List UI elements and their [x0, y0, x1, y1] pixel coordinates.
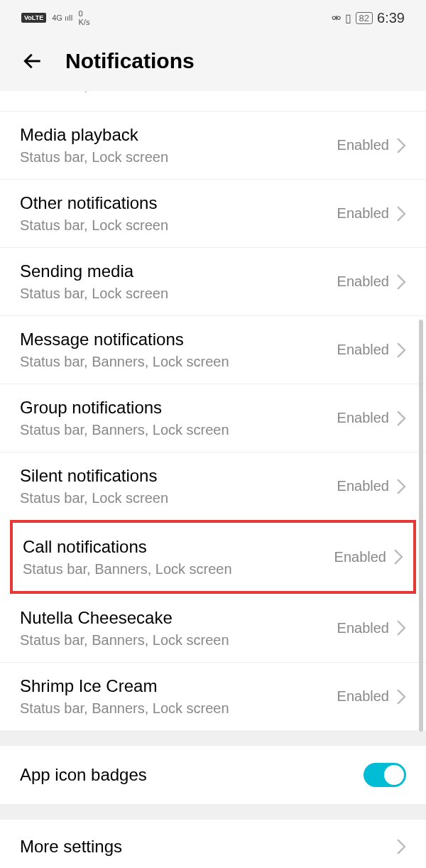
item-title: Silent notifications — [20, 466, 337, 486]
chevron-right-icon — [396, 138, 406, 153]
toggle-switch[interactable] — [364, 763, 406, 787]
chevron-right-icon — [396, 206, 406, 222]
notification-item-silent[interactable]: Silent notifications Status bar, Lock sc… — [0, 452, 426, 520]
status-label: Enabled — [337, 620, 389, 636]
network-indicator: 4G ıılI — [52, 13, 72, 22]
notification-item-other[interactable]: Other notifications Status bar, Lock scr… — [0, 179, 426, 247]
chevron-right-icon — [396, 479, 406, 494]
page-title: Notifications — [65, 49, 195, 73]
status-label: Enabled — [337, 342, 389, 358]
clock: 6:39 — [377, 10, 405, 26]
notification-item-media-playback[interactable]: Media playback Status bar, Lock screen E… — [0, 111, 426, 179]
item-subtitle: Status bar, Banners, Lock screen — [23, 561, 334, 577]
item-subtitle: Status bar, Banners, Lock screen — [20, 632, 337, 649]
back-button[interactable] — [20, 48, 45, 74]
partial-row: Status bar, Lock screen — [0, 91, 426, 111]
chevron-right-icon — [396, 274, 406, 290]
arrow-left-icon — [21, 50, 44, 72]
item-title: Other notifications — [20, 193, 337, 213]
status-label: Enabled — [337, 273, 389, 290]
notification-item-shrimp[interactable]: Shrimp Ice Cream Status bar, Banners, Lo… — [0, 662, 426, 730]
notification-item-message[interactable]: Message notifications Status bar, Banner… — [0, 315, 426, 384]
notification-item-sending-media[interactable]: Sending media Status bar, Lock screen En… — [0, 247, 426, 315]
item-title: Media playback — [20, 125, 337, 145]
scrollbar[interactable] — [419, 320, 423, 732]
volte-badge: VoLTE — [21, 13, 46, 23]
item-title: Sending media — [20, 261, 337, 281]
item-subtitle: Status bar, Banners, Lock screen — [20, 354, 337, 370]
status-label: Enabled — [334, 549, 386, 565]
bluetooth-icon: ⚮ — [332, 11, 341, 25]
section-divider — [0, 804, 426, 820]
item-title: Group notifications — [20, 398, 337, 418]
battery-indicator: 82 — [356, 12, 373, 24]
status-label: Enabled — [337, 137, 389, 153]
item-subtitle: Status bar, Lock screen — [20, 490, 337, 506]
notification-item-group[interactable]: Group notifications Status bar, Banners,… — [0, 384, 426, 452]
status-bar-left: VoLTE 4G ıılI 0K/s — [21, 9, 89, 26]
chevron-right-icon — [396, 689, 406, 705]
app-header: Notifications — [0, 36, 426, 91]
item-subtitle: Status bar, Lock screen — [20, 286, 337, 302]
more-settings-label: More settings — [20, 837, 122, 857]
status-label: Enabled — [337, 688, 389, 705]
status-bar-right: ⚮ ▯ 82 6:39 — [332, 10, 405, 26]
toggle-label: App icon badges — [20, 765, 147, 785]
chevron-right-icon — [396, 620, 406, 636]
item-subtitle: Status bar, Lock screen — [20, 149, 337, 166]
status-bar: VoLTE 4G ıılI 0K/s ⚮ ▯ 82 6:39 — [0, 0, 426, 36]
toggle-knob — [384, 765, 404, 785]
status-label: Enabled — [337, 410, 389, 426]
notification-item-nutella[interactable]: Nutella Cheesecake Status bar, Banners, … — [0, 594, 426, 662]
item-title: Nutella Cheesecake — [20, 608, 337, 628]
chevron-right-icon — [396, 342, 406, 358]
notification-item-call[interactable]: Call notifications Status bar, Banners, … — [13, 523, 413, 591]
vibrate-icon: ▯ — [345, 11, 351, 25]
data-speed: 0K/s — [79, 9, 90, 26]
section-divider — [0, 730, 426, 746]
item-subtitle: Status bar, Banners, Lock screen — [20, 422, 337, 438]
chevron-right-icon — [396, 411, 406, 426]
item-subtitle: Status bar, Lock screen — [20, 217, 337, 234]
item-title: Call notifications — [23, 537, 334, 557]
status-label: Enabled — [337, 478, 389, 494]
item-title: Message notifications — [20, 330, 337, 349]
item-subtitle: Status bar, Banners, Lock screen — [20, 700, 337, 717]
chevron-right-icon — [393, 549, 403, 565]
chevron-right-icon — [396, 839, 406, 855]
highlighted-item: Call notifications Status bar, Banners, … — [10, 520, 416, 594]
app-icon-badges-row[interactable]: App icon badges — [0, 746, 426, 804]
item-title: Shrimp Ice Cream — [20, 676, 337, 696]
notification-list: Status bar, Lock screen Media playback S… — [0, 91, 426, 730]
more-settings-row[interactable]: More settings — [0, 820, 426, 868]
status-label: Enabled — [337, 205, 389, 222]
